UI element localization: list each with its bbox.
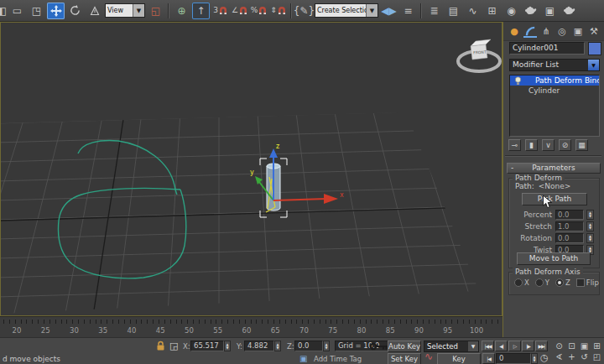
angle-snap-toggle-icon[interactable]: ∠: [231, 3, 248, 19]
edit-named-selection-sets-icon[interactable]: {✎}: [295, 3, 313, 19]
rotation-field[interactable]: 0.0: [555, 233, 584, 243]
key-filters-button[interactable]: Key Filters...: [437, 353, 481, 364]
window-crossing-selection-icon[interactable]: ◳: [28, 3, 45, 19]
rotation-spinner[interactable]: ▲▼: [586, 233, 594, 243]
previous-frame-button[interactable]: ◀|: [495, 341, 508, 351]
gizmo-x-axis[interactable]: [273, 199, 326, 200]
remove-modifier-button[interactable]: ⊘: [559, 139, 571, 151]
perspective-viewport[interactable]: z y x FRONT: [0, 22, 502, 316]
play-button[interactable]: ▷: [508, 341, 521, 351]
current-frame-spinner[interactable]: ▲▼: [531, 353, 538, 364]
zoom-extents-all-icon[interactable]: ⊞: [591, 341, 603, 351]
modifier-stack-item-path-deform[interactable]: Path Deform Binding (WS: [510, 75, 599, 86]
move-gizmo[interactable]: z y x: [250, 143, 344, 204]
maximize-viewport-toggle-icon[interactable]: ◰: [591, 351, 603, 362]
y-coordinate-field[interactable]: 4.882: [244, 341, 274, 351]
field-of-view-icon[interactable]: ∢: [553, 351, 565, 362]
tab-hierarchy[interactable]: ⋔: [539, 24, 553, 38]
trackbar-tick: [291, 320, 292, 324]
select-and-rotate-icon[interactable]: [66, 3, 84, 19]
tab-modify[interactable]: [523, 24, 537, 38]
tab-motion[interactable]: ◎: [555, 24, 569, 38]
dropdown-arrow-icon[interactable]: ▼: [588, 60, 599, 70]
stretch-spinner[interactable]: ▲▼: [586, 221, 594, 231]
orbit-icon[interactable]: ↺: [578, 351, 591, 362]
align-icon[interactable]: ≡: [399, 3, 417, 19]
tab-display[interactable]: ▣: [571, 24, 585, 38]
render-production-icon[interactable]: [560, 3, 578, 19]
manage-layers-icon[interactable]: ≣: [425, 3, 443, 19]
track-bar[interactable]: 20253035404550556065707580859095100: [0, 316, 502, 338]
x-coordinate-spinner[interactable]: ▲▼: [224, 341, 231, 351]
key-mode-toggle-button[interactable]: |◀: [482, 353, 495, 364]
axis-radio-y[interactable]: Y: [535, 278, 549, 287]
y-coordinate-spinner[interactable]: ▲▼: [274, 341, 281, 351]
curve-editor-icon[interactable]: ∿: [464, 3, 482, 19]
axis-radio-x[interactable]: X: [514, 278, 529, 287]
named-selection-sets-dropdown[interactable]: Create Selection Se▼: [315, 3, 378, 18]
isolate-selection-icon[interactable]: ▣: [299, 354, 307, 363]
next-frame-button[interactable]: |▶: [522, 341, 534, 351]
modifier-list-dropdown[interactable]: Modifier List ▼: [509, 59, 600, 71]
zoom-all-icon[interactable]: ⊡: [565, 341, 578, 351]
x-coordinate-field[interactable]: 65.517: [190, 341, 224, 351]
snap-toggle-3d-icon[interactable]: 3: [211, 3, 229, 19]
modifier-stack-item-cylinder[interactable]: Cylinder: [510, 86, 599, 96]
keyboard-shortcut-override-icon[interactable]: ↑: [192, 3, 210, 19]
use-pivot-point-center-icon[interactable]: ◱: [147, 3, 164, 19]
selection-lock-icon[interactable]: [156, 341, 165, 353]
go-to-end-button[interactable]: ▶▶|: [535, 341, 548, 351]
pin-stack-button[interactable]: ⊸: [508, 139, 521, 151]
percent-spinner[interactable]: ▲▼: [586, 210, 594, 220]
tab-create[interactable]: ●: [508, 24, 521, 38]
partial-selection-icon[interactable]: ◧: [0, 3, 7, 19]
rollout-collapse-icon[interactable]: -: [511, 164, 513, 173]
rendered-frame-window-icon[interactable]: ▣: [541, 3, 559, 19]
pick-path-button[interactable]: Pick Path: [522, 193, 587, 205]
object-name-field[interactable]: Cylinder001: [509, 42, 585, 55]
dropdown-arrow-icon[interactable]: ▼: [133, 4, 144, 17]
move-to-path-button[interactable]: Move to Path: [517, 252, 591, 265]
select-and-move-icon[interactable]: [47, 3, 65, 19]
absolute-mode-transform-typein-icon[interactable]: ◲: [169, 341, 178, 351]
select-and-manipulate-icon[interactable]: ⊕: [173, 3, 190, 19]
flip-checkbox[interactable]: Flip: [576, 278, 599, 287]
time-configuration-icon[interactable]: ◷: [540, 352, 549, 363]
object-color-swatch[interactable]: [588, 42, 601, 55]
path-spline[interactable]: [59, 141, 186, 278]
parameters-rollout-header[interactable]: - Parameters: [507, 163, 601, 174]
z-coordinate-field[interactable]: 0.0: [294, 341, 323, 351]
axis-radio-z[interactable]: Z: [555, 278, 570, 287]
spinner-snap-toggle-icon[interactable]: ⇕: [269, 3, 287, 19]
reference-coordinate-dropdown[interactable]: View▼: [105, 3, 145, 18]
go-to-start-button[interactable]: |◀◀: [482, 341, 494, 351]
path-deform-group-title: Path Deform: [513, 174, 565, 182]
configure-modifier-sets-button[interactable]: ▦: [575, 139, 588, 151]
add-time-tag[interactable]: Add Time Tag: [314, 355, 362, 363]
mirror-icon[interactable]: ◀▶: [380, 3, 398, 19]
set-key-button[interactable]: Set Key: [388, 353, 421, 364]
percent-snap-toggle-icon[interactable]: %: [250, 3, 268, 19]
show-end-result-button[interactable]: ▮: [525, 139, 538, 151]
dropdown-arrow-icon[interactable]: ▼: [366, 4, 378, 17]
layer-explorer-icon[interactable]: ▤: [445, 3, 462, 19]
zoom-extents-icon[interactable]: ▣: [578, 341, 591, 351]
percent-field[interactable]: 0.0: [555, 210, 584, 220]
select-and-scale-icon[interactable]: [86, 3, 103, 19]
rectangular-selection-region-icon[interactable]: ▭: [8, 3, 26, 19]
make-unique-button[interactable]: ∨: [542, 139, 555, 151]
current-frame-field[interactable]: 0: [496, 353, 531, 364]
trackbar-tick: [61, 320, 62, 324]
default-tangents-icon[interactable]: ∿: [424, 351, 433, 362]
schematic-view-icon[interactable]: ⊞: [483, 3, 501, 19]
dropdown-arrow-icon[interactable]: ▼: [468, 341, 478, 351]
material-editor-icon[interactable]: ◉: [502, 3, 520, 19]
auto-key-button[interactable]: Auto Key: [388, 341, 421, 352]
zoom-icon[interactable]: ⊙: [553, 341, 565, 351]
viewcube[interactable]: FRONT: [458, 39, 500, 71]
tab-utilities[interactable]: ⚒: [587, 24, 601, 38]
stretch-field[interactable]: 1.0: [555, 221, 584, 231]
pan-icon[interactable]: +: [565, 351, 578, 362]
z-coordinate-spinner[interactable]: ▲▼: [323, 341, 330, 351]
render-setup-icon[interactable]: [522, 3, 539, 19]
